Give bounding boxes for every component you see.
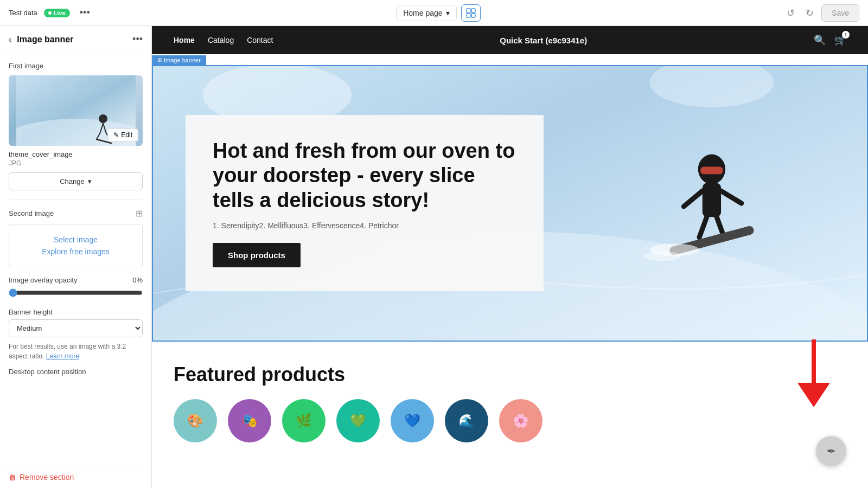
sidebar-header: ‹ Image banner ••• (0, 26, 151, 53)
back-button[interactable]: ‹ (9, 35, 11, 44)
svg-point-6 (99, 114, 107, 123)
banner-label-bar[interactable]: ⊞ Image banner (152, 55, 206, 65)
search-icon[interactable]: 🔍 (814, 34, 826, 46)
nav-link-contact[interactable]: Contact (247, 36, 273, 44)
cart-badge: 1 (842, 31, 850, 38)
svg-rect-0 (467, 9, 470, 12)
overlay-opacity-value: 0% (132, 276, 143, 284)
best-results-text: For best results, use an image with a 3:… (9, 342, 143, 361)
second-image-label: Second image (9, 209, 54, 217)
top-bar-center: Home page ▾ (396, 4, 480, 22)
shop-products-button[interactable]: Shop products (213, 243, 301, 267)
test-data-label: Test data (9, 9, 37, 17)
banner-label-text: Image banner (164, 57, 201, 63)
featured-products-title: Featured products (174, 363, 846, 386)
hero-subtitle: 1. Serendipity2. Mellifluous3. Effervesc… (213, 221, 516, 230)
hero-title: Hot and fresh from our oven to your door… (213, 139, 516, 213)
overlay-opacity-section: Image overlay opacity 0% (9, 276, 143, 299)
overlay-opacity-label: Image overlay opacity (9, 276, 77, 284)
svg-rect-2 (467, 14, 470, 17)
product-circles: 🎨 🎭 🌿 💚 💙 🌊 🌸 (174, 399, 846, 442)
change-label: Change (60, 177, 85, 185)
product-circle-1[interactable]: 🎨 (174, 399, 217, 442)
nav-icons: 🔍 🛒 1 (814, 34, 846, 46)
grid-view-button[interactable] (461, 4, 481, 22)
divider-1 (9, 199, 143, 200)
top-bar-left: Test data Live ••• (9, 5, 93, 21)
svg-rect-15 (700, 166, 723, 174)
first-image-container: ✎ Edit (9, 75, 143, 146)
topbar-more-button[interactable]: ••• (76, 5, 93, 21)
svg-rect-16 (703, 183, 721, 217)
preview-area: Home Catalog Contact Quick Start (e9c934… (152, 26, 868, 488)
pencil-icon: ✎ (113, 131, 119, 139)
image-filename: theme_cover_image (9, 150, 143, 158)
overlay-opacity-slider[interactable] (9, 288, 143, 297)
banner-height-section: Banner height Medium Small Large For bes… (9, 308, 143, 361)
sidebar: ‹ Image banner ••• First image (0, 26, 152, 488)
hero-content-box: Hot and fresh from our oven to your door… (186, 115, 544, 292)
change-image-button[interactable]: Change ▾ (9, 172, 143, 190)
store-nav: Home Catalog Contact Quick Start (e9c934… (152, 26, 868, 54)
first-image-label: First image (9, 62, 143, 70)
product-circle-3[interactable]: 🌿 (282, 399, 326, 442)
featured-section: Featured products 🎨 🎭 🌿 💚 💙 🌊 🌸 (152, 342, 868, 453)
product-circle-2[interactable]: 🎭 (228, 399, 271, 442)
store-preview: Home Catalog Contact Quick Start (e9c934… (152, 26, 868, 488)
slider-header: Image overlay opacity 0% (9, 276, 143, 284)
svg-point-23 (643, 251, 681, 261)
top-bar-right: ↺ ↻ Save (783, 4, 859, 22)
save-button[interactable]: Save (821, 4, 859, 22)
sidebar-title: Image banner (17, 35, 73, 44)
stack-icon: ⊞ (136, 208, 143, 219)
undo-button[interactable]: ↺ (783, 5, 798, 21)
nav-link-home[interactable]: Home (174, 36, 195, 44)
grid-icon (466, 8, 476, 18)
desktop-position-label: Desktop content position (9, 368, 143, 376)
feather-icon: ✒ (827, 445, 836, 458)
product-circle-4[interactable]: 💚 (336, 399, 380, 442)
live-badge: Live (44, 9, 70, 17)
sidebar-more-button[interactable]: ••• (132, 34, 143, 45)
first-image-preview: ✎ Edit (9, 75, 143, 146)
live-dot (48, 11, 52, 15)
feather-button[interactable]: ✒ (816, 436, 846, 466)
trash-icon: 🗑 (9, 473, 16, 481)
cart-icon[interactable]: 🛒 1 (834, 34, 846, 46)
select-image-link[interactable]: Select image (54, 235, 98, 244)
second-image-header: Second image ⊞ (9, 208, 143, 219)
nav-links: Home Catalog Contact (174, 36, 273, 44)
store-name: Quick Start (e9c9341e) (500, 36, 587, 45)
sidebar-content: First image (0, 53, 151, 466)
edit-image-button[interactable]: ✎ Edit (107, 129, 138, 142)
learn-more-link[interactable]: Learn more (46, 352, 79, 360)
product-circle-6[interactable]: 🌊 (445, 399, 488, 442)
main-area: ‹ Image banner ••• First image (0, 26, 868, 488)
image-banner-icon: ⊞ (157, 57, 162, 63)
hero-banner: Hot and fresh from our oven to your door… (152, 65, 868, 342)
sidebar-header-left: ‹ Image banner (9, 35, 73, 44)
nav-link-catalog[interactable]: Catalog (208, 36, 234, 44)
second-image-box: Select image Explore free images (9, 224, 143, 267)
product-circle-5[interactable]: 💙 (391, 399, 434, 442)
banner-height-select[interactable]: Medium Small Large (9, 319, 143, 337)
explore-free-images-link[interactable]: Explore free images (42, 247, 110, 256)
page-selector[interactable]: Home page ▾ (396, 5, 456, 21)
redo-button[interactable]: ↻ (802, 5, 817, 21)
banner-height-label: Banner height (9, 308, 143, 316)
remove-section-button[interactable]: 🗑 Remove section (0, 466, 151, 488)
svg-rect-3 (471, 14, 475, 17)
top-bar: Test data Live ••• Home page ▾ ↺ ↻ Save (0, 0, 868, 26)
chevron-down-icon: ▾ (88, 177, 92, 185)
image-type: JPG (9, 159, 143, 167)
svg-rect-1 (471, 9, 475, 12)
chevron-down-icon: ▾ (446, 9, 450, 17)
product-circle-7[interactable]: 🌸 (499, 399, 542, 442)
